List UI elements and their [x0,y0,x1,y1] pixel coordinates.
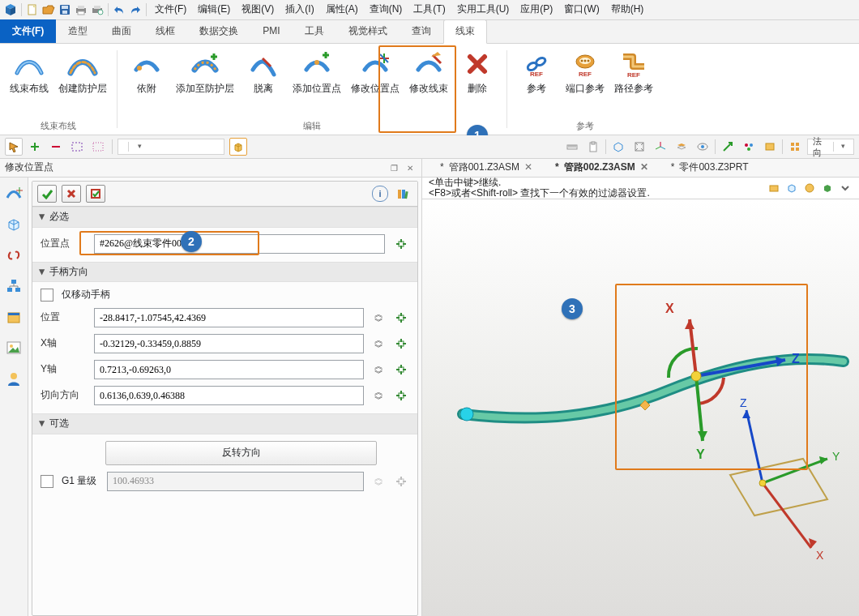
filter-dropdown[interactable]: ▾ [118,139,224,155]
new-icon[interactable] [25,2,40,17]
normal-dropdown[interactable]: 法向▾ [807,139,854,155]
measure-icon[interactable] [563,138,581,156]
ribbon-btn-attach[interactable]: 依附 [124,47,169,95]
menu-query[interactable]: 查询(N) [365,2,408,18]
sidebar-link-icon[interactable] [4,246,24,265]
pick-target-icon[interactable] [393,236,409,252]
books-icon[interactable] [393,185,412,203]
vp-settings-icon[interactable] [767,181,781,195]
sidebar-harness-icon[interactable] [4,184,24,203]
document-tab-3[interactable]: *零件003.Z3PRT [669,159,750,177]
print-icon[interactable] [74,2,88,17]
vp-chevron-down-icon[interactable] [838,181,853,195]
3d-viewport[interactable]: X Z Y Z Y X 3 [422,199,859,616]
input-yaxis[interactable] [94,360,364,379]
clipboard-icon[interactable] [584,138,602,156]
ribbon-tab-pmi[interactable]: PMI [250,19,292,43]
arrow-tool-icon[interactable] [719,138,737,156]
ribbon-tab-shape[interactable]: 造型 [56,19,100,43]
menu-tools[interactable]: 工具(T) [408,2,450,18]
pick-target-icon[interactable] [393,361,409,378]
stepper-icon[interactable]: ︽︾ [372,362,385,377]
pick-target-icon[interactable] [393,310,409,326]
print-preview-icon[interactable] [90,2,105,17]
ribbon-btn-ref[interactable]: REF 参考 [514,47,559,95]
menu-insert[interactable]: 插入(I) [280,2,318,18]
add-icon[interactable] [26,138,44,156]
ribbon-btn-create-shield[interactable]: 创建防护层 [55,47,110,95]
ribbon-btn-modify-harness[interactable]: 修改线束 [406,47,451,95]
iso-view-icon[interactable] [609,138,627,156]
section-handle-header[interactable]: ▼手柄方向 [32,262,417,283]
ribbon-tab-visual[interactable]: 视觉样式 [336,19,400,43]
close-icon[interactable]: ✕ [640,161,648,174]
menu-help[interactable]: 帮助(H) [606,2,649,18]
stepper-icon[interactable]: ︽︾ [372,388,385,403]
ribbon-tab-file[interactable]: 文件(F) [0,19,56,43]
ribbon-tab-wireframe[interactable]: 线框 [143,19,187,43]
document-tab-1[interactable]: *管路001.Z3ASM✕ [438,159,534,177]
apply-button[interactable] [86,185,105,203]
marquee-dotted-icon[interactable] [89,138,107,156]
menu-attrs[interactable]: 属性(A) [321,2,363,18]
checkbox-only-move-handle[interactable] [41,289,53,302]
app-icon[interactable] [3,2,18,17]
ribbon-btn-add-to-shield[interactable]: 添加至防护层 [173,47,237,95]
ribbon-btn-delete[interactable]: 删除 [455,47,500,95]
menu-edit[interactable]: 编辑(E) [193,2,235,18]
menu-app[interactable]: 应用(P) [515,2,558,18]
input-tangent[interactable] [94,386,364,405]
ribbon-btn-detach[interactable]: 脱离 [241,47,286,95]
close-icon[interactable]: ✕ [524,161,532,174]
cube-icon[interactable] [229,138,247,156]
section-required-header[interactable]: ▼必选 [32,207,417,228]
remove-icon[interactable] [47,138,65,156]
checkbox-g1[interactable] [41,475,53,488]
vp-render-icon[interactable] [802,181,817,195]
redo-icon[interactable] [128,2,143,17]
palette-icon[interactable] [740,138,758,156]
ribbon-btn-path-ref[interactable]: REF 路径参考 [611,47,656,95]
layers-icon[interactable] [673,138,690,156]
sidebar-user-icon[interactable] [4,369,24,388]
open-icon[interactable] [41,2,56,17]
select-arrow-icon[interactable] [5,138,23,156]
menu-file[interactable]: 文件(F) [150,2,191,18]
sidebar-image-icon[interactable] [4,338,24,357]
input-xaxis[interactable] [94,334,364,353]
visibility-icon[interactable] [694,138,712,156]
info-icon[interactable]: i [372,186,388,202]
ribbon-tab-surface[interactable]: 曲面 [100,19,143,43]
ribbon-btn-modify-position[interactable]: 修改位置点 [348,47,403,95]
pick-target-icon[interactable] [393,387,409,404]
ribbon-btn-route[interactable]: 线束布线 [6,47,52,95]
marquee-dashed-icon[interactable] [68,138,86,156]
sidebar-cube-icon[interactable] [4,215,24,234]
ribbon-tab-query[interactable]: 查询 [400,19,443,43]
panel-close-icon[interactable]: ✕ [404,162,417,173]
menu-window[interactable]: 窗口(W) [559,2,604,18]
panel-popout-icon[interactable]: ❐ [387,162,400,173]
stepper-icon[interactable]: ︽︾ [372,336,385,351]
fit-icon[interactable] [630,138,648,156]
undo-icon[interactable] [112,2,126,17]
ribbon-tab-dataexch[interactable]: 数据交换 [187,19,250,43]
stepper-icon[interactable]: ︽︾ [372,310,385,325]
grid-icon[interactable] [786,138,804,156]
config-icon[interactable] [761,138,779,156]
vp-orient-icon[interactable] [784,181,799,195]
input-position[interactable] [94,308,364,327]
ribbon-tab-harness[interactable]: 线束 [443,19,487,44]
save-icon[interactable] [58,2,72,17]
sidebar-hierarchy-icon[interactable] [4,276,24,296]
document-tab-2[interactable]: *管路002.Z3ASM✕ [553,159,650,177]
ribbon-btn-port-ref[interactable]: REF 端口参考 [562,47,608,95]
ribbon-btn-add-position[interactable]: 添加位置点 [289,47,344,95]
input-pos-point[interactable] [94,234,385,254]
pick-target-icon[interactable] [393,336,409,352]
reverse-direction-button[interactable]: 反转方向 [105,441,377,465]
accept-button[interactable] [37,185,57,203]
section-optional-header[interactable]: ▼可选 [32,413,417,434]
sidebar-package-icon[interactable] [4,307,24,327]
menu-view[interactable]: 视图(V) [237,2,279,18]
